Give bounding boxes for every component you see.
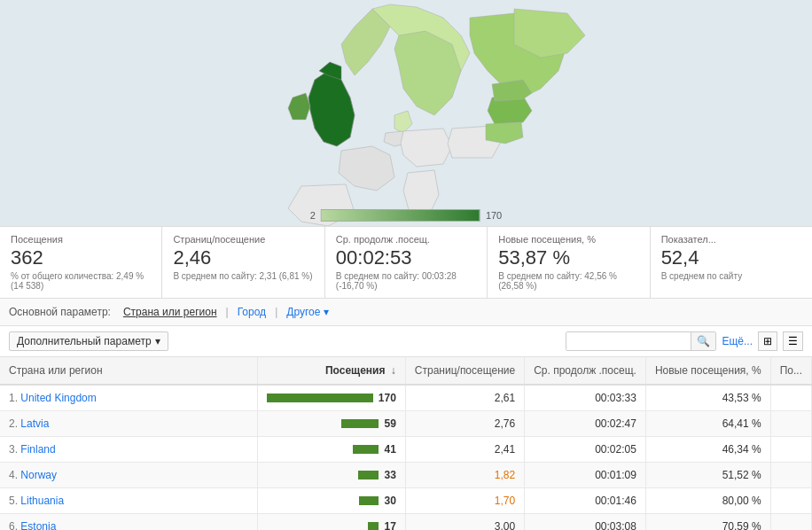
th-visits[interactable]: Посещения ↓ (257, 357, 405, 385)
td-country-5: 6. Estonia (0, 514, 257, 531)
stat-new-visits-sub: В среднем по сайту: 42,56 % (26,58 %) (498, 271, 638, 291)
stat-pages: Страниц/посещение 2,46 В среднем по сайт… (162, 227, 324, 298)
td-pages-0: 2,61 (405, 385, 524, 411)
stat-visits-sub: % от общего количества: 2,49 % (14 538) (11, 271, 151, 291)
row-num-4: 5. (9, 495, 18, 507)
table-row: 2. Latvia 59 2,76 00:02:47 64,41 % (0, 411, 812, 437)
tab-city[interactable]: Город (232, 304, 271, 320)
td-duration-0: 00:03:33 (525, 385, 646, 411)
scale-bar: 2 170 (310, 209, 502, 222)
table-row: 4. Norway 33 1,82 00:01:09 51,52 % (0, 463, 812, 488)
td-pages-3: 1,82 (405, 463, 524, 488)
stat-bounce-value: 52,4 (661, 246, 801, 269)
td-bounce-4 (770, 488, 811, 514)
stat-duration-label: Ср. продолж .посещ. (336, 234, 476, 245)
stat-new-visits-label: Новые посещения, % (498, 234, 638, 245)
td-bounce-0 (770, 385, 811, 411)
td-new-visits-2: 46,34 % (645, 437, 770, 463)
table-row: 1. United Kingdom 170 2,61 00:03:33 43,5… (0, 385, 812, 411)
td-pages-1: 2,76 (405, 411, 524, 437)
stat-pages-label: Страниц/посещение (173, 234, 313, 245)
stat-visits: Посещения 362 % от общего количества: 2,… (0, 227, 162, 298)
stat-pages-sub: В среднем по сайту: 2,31 (6,81 %) (173, 271, 313, 281)
th-name: Страна или регион (0, 357, 257, 385)
stat-pages-value: 2,46 (173, 246, 313, 269)
stat-duration: Ср. продолж .посещ. 00:02:53 В среднем п… (325, 227, 488, 298)
td-visits-3: 33 (257, 463, 405, 488)
country-link-0[interactable]: United Kingdom (20, 392, 96, 404)
td-duration-4: 00:01:46 (525, 488, 646, 514)
td-bounce-3 (770, 463, 811, 488)
chevron-down-icon: ▾ (324, 306, 329, 318)
table-row: 3. Finland 41 2,41 00:02:05 46,34 % (0, 437, 812, 463)
td-duration-5: 00:03:08 (525, 514, 646, 531)
more-link[interactable]: Ещё... (722, 335, 753, 347)
td-new-visits-0: 43,53 % (645, 385, 770, 411)
stat-visits-value: 362 (11, 246, 151, 269)
td-pages-4: 1,70 (405, 488, 524, 514)
td-country-4: 5. Lithuania (0, 488, 257, 514)
view-grid-button[interactable]: ⊞ (758, 331, 777, 351)
td-country-3: 4. Norway (0, 463, 257, 488)
view-list-button[interactable]: ☰ (783, 331, 803, 351)
td-new-visits-3: 51,52 % (645, 463, 770, 488)
stat-new-visits: Новые посещения, % 53,87 % В среднем по … (488, 227, 650, 298)
td-country-0: 1. United Kingdom (0, 385, 257, 411)
country-link-3[interactable]: Norway (20, 469, 57, 481)
td-new-visits-1: 64,41 % (645, 411, 770, 437)
row-num-2: 3. (9, 443, 18, 456)
td-bounce-5 (770, 514, 811, 531)
th-pages: Страниц/посещение (405, 357, 524, 385)
table-row: 5. Lithuania 30 1,70 00:01:46 80,00 % (0, 488, 812, 514)
th-duration: Ср. продолж .посещ. (525, 357, 646, 385)
tabs-row: Основной параметр: Страна или регион | Г… (0, 299, 812, 326)
th-new-visits: Новые посещения, % (645, 357, 770, 385)
td-visits-1: 59 (257, 411, 405, 437)
td-bounce-2 (770, 437, 811, 463)
row-num-5: 6. (9, 520, 18, 530)
td-new-visits-5: 70,59 % (645, 514, 770, 531)
scale-min: 2 (310, 210, 316, 221)
search-button[interactable]: 🔍 (691, 332, 715, 350)
td-bounce-1 (770, 411, 811, 437)
row-num-0: 1. (9, 392, 18, 404)
toolbar-row: Дополнительный параметр ▾ 🔍 Ещё... ⊞ ☰ (0, 326, 812, 357)
data-table: Страна или регион Посещения ↓ Страниц/по… (0, 357, 812, 530)
toolbar-right: 🔍 Ещё... ⊞ ☰ (566, 331, 803, 351)
td-pages-5: 3,00 (405, 514, 524, 531)
table-row: 6. Estonia 17 3,00 00:03:08 70,59 % (0, 514, 812, 531)
table-header-row: Страна или регион Посещения ↓ Страниц/по… (0, 357, 812, 385)
stat-bounce-label: Показател... (661, 234, 801, 245)
tab-country[interactable]: Страна или регион (118, 304, 223, 320)
th-bounce: По... (770, 357, 811, 385)
stat-duration-value: 00:02:53 (336, 246, 476, 269)
country-link-2[interactable]: Finland (20, 443, 55, 456)
stat-new-visits-value: 53,87 % (498, 246, 638, 269)
td-duration-3: 00:01:09 (525, 463, 646, 488)
search-box: 🔍 (566, 331, 716, 351)
search-input[interactable] (566, 332, 691, 350)
country-link-1[interactable]: Latvia (20, 417, 49, 430)
td-new-visits-4: 80,00 % (645, 488, 770, 514)
sort-arrow-icon: ↓ (391, 364, 396, 377)
tabs-primary-label: Основной параметр: (9, 306, 111, 318)
td-duration-1: 00:02:47 (525, 411, 646, 437)
stat-bounce-sub: В среднем по сайту (661, 271, 801, 281)
country-link-4[interactable]: Lithuania (20, 495, 64, 507)
row-num-1: 2. (9, 417, 18, 430)
td-visits-4: 30 (257, 488, 405, 514)
tab-separator-2: | (275, 306, 277, 318)
td-country-1: 2. Latvia (0, 411, 257, 437)
td-visits-2: 41 (257, 437, 405, 463)
secondary-param-dropdown[interactable]: Дополнительный параметр ▾ (9, 331, 168, 351)
td-duration-2: 00:02:05 (525, 437, 646, 463)
map-container: 2 170 (0, 0, 812, 226)
td-country-2: 3. Finland (0, 437, 257, 463)
td-visits-5: 17 (257, 514, 405, 531)
stat-duration-sub: В среднем по сайту: 00:03:28 (-16,70 %) (336, 271, 476, 291)
country-link-5[interactable]: Estonia (20, 520, 56, 530)
td-visits-0: 170 (257, 385, 405, 411)
scale-max: 170 (486, 210, 502, 221)
tab-other[interactable]: Другое ▾ (281, 304, 333, 320)
row-num-3: 4. (9, 469, 18, 481)
